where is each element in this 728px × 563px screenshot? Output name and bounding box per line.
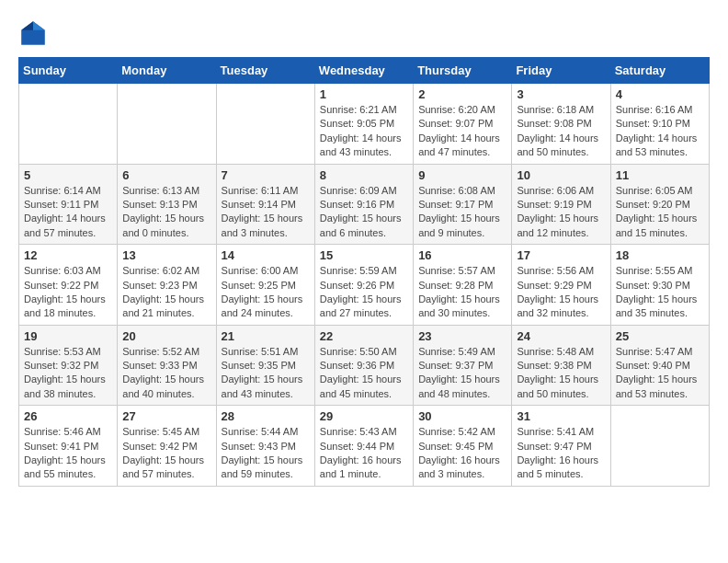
day-info: Sunrise: 5:48 AM Sunset: 9:38 PM Dayligh… <box>517 345 605 402</box>
calendar-cell: 1Sunrise: 6:21 AM Sunset: 9:05 PM Daylig… <box>314 84 413 165</box>
logo-icon <box>18 18 48 48</box>
calendar-cell: 4Sunrise: 6:16 AM Sunset: 9:10 PM Daylig… <box>610 84 709 165</box>
calendar-cell: 21Sunrise: 5:51 AM Sunset: 9:35 PM Dayli… <box>216 325 314 406</box>
day-info: Sunrise: 5:52 AM Sunset: 9:33 PM Dayligh… <box>122 345 210 402</box>
weekday-header-wednesday: Wednesday <box>314 58 413 84</box>
day-number: 8 <box>320 168 408 182</box>
weekday-header-tuesday: Tuesday <box>216 58 314 84</box>
calendar-table: SundayMondayTuesdayWednesdayThursdayFrid… <box>18 57 710 487</box>
calendar-cell: 9Sunrise: 6:08 AM Sunset: 9:17 PM Daylig… <box>414 164 512 245</box>
weekday-header-sunday: Sunday <box>19 58 118 84</box>
calendar-cell: 27Sunrise: 5:45 AM Sunset: 9:42 PM Dayli… <box>118 406 216 487</box>
day-number: 24 <box>517 329 605 343</box>
weekday-header-friday: Friday <box>512 58 610 84</box>
weekday-header-monday: Monday <box>118 58 216 84</box>
day-info: Sunrise: 5:51 AM Sunset: 9:35 PM Dayligh… <box>222 345 310 402</box>
calendar-week-5: 26Sunrise: 5:46 AM Sunset: 9:41 PM Dayli… <box>19 406 710 487</box>
calendar-cell: 26Sunrise: 5:46 AM Sunset: 9:41 PM Dayli… <box>19 406 118 487</box>
calendar-cell: 16Sunrise: 5:57 AM Sunset: 9:28 PM Dayli… <box>414 245 512 326</box>
day-number: 7 <box>222 168 310 182</box>
day-number: 29 <box>320 409 408 423</box>
calendar-cell: 22Sunrise: 5:50 AM Sunset: 9:36 PM Dayli… <box>314 325 413 406</box>
calendar-cell: 7Sunrise: 6:11 AM Sunset: 9:14 PM Daylig… <box>216 164 314 245</box>
calendar-cell: 8Sunrise: 6:09 AM Sunset: 9:16 PM Daylig… <box>314 164 413 245</box>
calendar-cell: 28Sunrise: 5:44 AM Sunset: 9:43 PM Dayli… <box>216 406 314 487</box>
day-number: 12 <box>24 248 112 262</box>
calendar-week-2: 5Sunrise: 6:14 AM Sunset: 9:11 PM Daylig… <box>19 164 710 245</box>
calendar-cell: 18Sunrise: 5:55 AM Sunset: 9:30 PM Dayli… <box>610 245 709 326</box>
calendar-cell: 3Sunrise: 6:18 AM Sunset: 9:08 PM Daylig… <box>512 84 610 165</box>
day-number: 27 <box>122 409 210 423</box>
calendar-cell: 30Sunrise: 5:42 AM Sunset: 9:45 PM Dayli… <box>414 406 512 487</box>
day-info: Sunrise: 6:21 AM Sunset: 9:05 PM Dayligh… <box>320 103 408 160</box>
calendar-cell <box>19 84 118 165</box>
day-info: Sunrise: 5:44 AM Sunset: 9:43 PM Dayligh… <box>222 425 310 482</box>
day-info: Sunrise: 5:41 AM Sunset: 9:47 PM Dayligh… <box>517 425 605 482</box>
day-info: Sunrise: 6:11 AM Sunset: 9:14 PM Dayligh… <box>222 184 310 241</box>
day-info: Sunrise: 6:02 AM Sunset: 9:23 PM Dayligh… <box>122 264 210 321</box>
day-info: Sunrise: 6:00 AM Sunset: 9:25 PM Dayligh… <box>222 264 310 321</box>
day-number: 6 <box>122 168 210 182</box>
calendar-cell <box>216 84 314 165</box>
day-number: 18 <box>616 248 704 262</box>
day-number: 26 <box>24 409 112 423</box>
day-number: 4 <box>616 87 704 101</box>
day-number: 25 <box>616 329 704 343</box>
calendar-cell: 24Sunrise: 5:48 AM Sunset: 9:38 PM Dayli… <box>512 325 610 406</box>
day-info: Sunrise: 5:46 AM Sunset: 9:41 PM Dayligh… <box>24 425 112 482</box>
calendar-header: SundayMondayTuesdayWednesdayThursdayFrid… <box>19 58 710 84</box>
page-header <box>18 18 710 48</box>
logo <box>18 18 51 48</box>
calendar-cell: 15Sunrise: 5:59 AM Sunset: 9:26 PM Dayli… <box>314 245 413 326</box>
day-number: 19 <box>24 329 112 343</box>
day-number: 2 <box>418 87 506 101</box>
calendar-cell: 19Sunrise: 5:53 AM Sunset: 9:32 PM Dayli… <box>19 325 118 406</box>
day-number: 9 <box>418 168 506 182</box>
weekday-header-row: SundayMondayTuesdayWednesdayThursdayFrid… <box>19 58 710 84</box>
calendar-cell: 11Sunrise: 6:05 AM Sunset: 9:20 PM Dayli… <box>610 164 709 245</box>
day-number: 15 <box>320 248 408 262</box>
calendar-body: 1Sunrise: 6:21 AM Sunset: 9:05 PM Daylig… <box>19 84 710 487</box>
day-number: 5 <box>24 168 112 182</box>
day-info: Sunrise: 6:14 AM Sunset: 9:11 PM Dayligh… <box>24 184 112 241</box>
day-number: 16 <box>418 248 506 262</box>
calendar-cell: 17Sunrise: 5:56 AM Sunset: 9:29 PM Dayli… <box>512 245 610 326</box>
day-info: Sunrise: 5:55 AM Sunset: 9:30 PM Dayligh… <box>616 264 704 321</box>
day-info: Sunrise: 6:05 AM Sunset: 9:20 PM Dayligh… <box>616 184 704 241</box>
calendar-cell <box>118 84 216 165</box>
calendar-cell: 2Sunrise: 6:20 AM Sunset: 9:07 PM Daylig… <box>414 84 512 165</box>
day-number: 14 <box>222 248 310 262</box>
calendar-week-1: 1Sunrise: 6:21 AM Sunset: 9:05 PM Daylig… <box>19 84 710 165</box>
day-info: Sunrise: 5:43 AM Sunset: 9:44 PM Dayligh… <box>320 425 408 482</box>
calendar-week-3: 12Sunrise: 6:03 AM Sunset: 9:22 PM Dayli… <box>19 245 710 326</box>
day-info: Sunrise: 6:06 AM Sunset: 9:19 PM Dayligh… <box>517 184 605 241</box>
day-info: Sunrise: 5:59 AM Sunset: 9:26 PM Dayligh… <box>320 264 408 321</box>
day-info: Sunrise: 6:20 AM Sunset: 9:07 PM Dayligh… <box>418 103 506 160</box>
svg-marker-1 <box>33 21 45 30</box>
day-number: 28 <box>222 409 310 423</box>
calendar-cell: 20Sunrise: 5:52 AM Sunset: 9:33 PM Dayli… <box>118 325 216 406</box>
weekday-header-saturday: Saturday <box>610 58 709 84</box>
calendar-cell: 31Sunrise: 5:41 AM Sunset: 9:47 PM Dayli… <box>512 406 610 487</box>
calendar-cell: 10Sunrise: 6:06 AM Sunset: 9:19 PM Dayli… <box>512 164 610 245</box>
calendar-cell: 25Sunrise: 5:47 AM Sunset: 9:40 PM Dayli… <box>610 325 709 406</box>
calendar-cell: 23Sunrise: 5:49 AM Sunset: 9:37 PM Dayli… <box>414 325 512 406</box>
day-info: Sunrise: 5:53 AM Sunset: 9:32 PM Dayligh… <box>24 345 112 402</box>
day-number: 10 <box>517 168 605 182</box>
calendar-cell: 12Sunrise: 6:03 AM Sunset: 9:22 PM Dayli… <box>19 245 118 326</box>
day-info: Sunrise: 6:09 AM Sunset: 9:16 PM Dayligh… <box>320 184 408 241</box>
day-number: 30 <box>418 409 506 423</box>
calendar-cell: 14Sunrise: 6:00 AM Sunset: 9:25 PM Dayli… <box>216 245 314 326</box>
day-number: 1 <box>320 87 408 101</box>
weekday-header-thursday: Thursday <box>414 58 512 84</box>
day-number: 17 <box>517 248 605 262</box>
day-info: Sunrise: 6:03 AM Sunset: 9:22 PM Dayligh… <box>24 264 112 321</box>
calendar-cell: 13Sunrise: 6:02 AM Sunset: 9:23 PM Dayli… <box>118 245 216 326</box>
day-info: Sunrise: 6:18 AM Sunset: 9:08 PM Dayligh… <box>517 103 605 160</box>
day-number: 13 <box>122 248 210 262</box>
day-info: Sunrise: 5:42 AM Sunset: 9:45 PM Dayligh… <box>418 425 506 482</box>
day-info: Sunrise: 6:16 AM Sunset: 9:10 PM Dayligh… <box>616 103 704 160</box>
calendar-cell: 5Sunrise: 6:14 AM Sunset: 9:11 PM Daylig… <box>19 164 118 245</box>
day-number: 11 <box>616 168 704 182</box>
day-info: Sunrise: 6:13 AM Sunset: 9:13 PM Dayligh… <box>122 184 210 241</box>
